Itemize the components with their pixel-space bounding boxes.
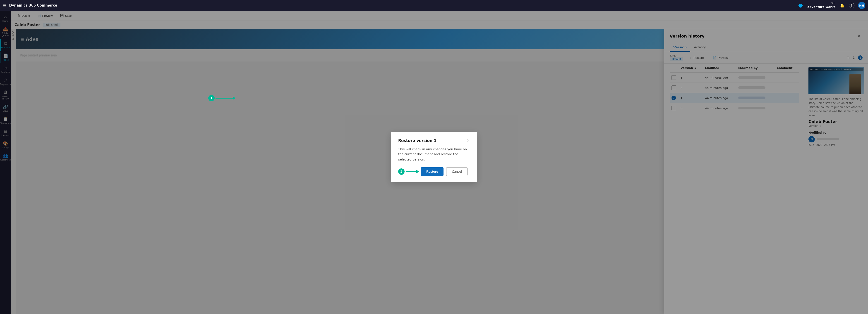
annotation-badge-2: 2 [398, 168, 405, 175]
arrow-head-2 [416, 170, 419, 173]
restore-version-modal: Restore version 1 ✕ This will check in a… [391, 132, 477, 182]
modal-close-button[interactable]: ✕ [466, 138, 470, 143]
hamburger-icon[interactable]: ☰ [3, 3, 6, 8]
arrow-head-1 [233, 96, 236, 100]
restore-confirm-button[interactable]: Restore [421, 167, 443, 176]
modal-title: Restore version 1 [398, 138, 436, 143]
topbar-right: 🌐 Site adventure works 🔔 ? NH [797, 2, 865, 9]
modal-footer: 2 Restore Cancel [398, 167, 470, 176]
topbar: ☰ Dynamics 365 Commerce 🌐 Site adventure… [0, 0, 868, 11]
cancel-button[interactable]: Cancel [446, 167, 467, 176]
modal-body: This will check in any changes you have … [398, 147, 470, 162]
modal-backdrop: 1 Restore version 1 ✕ This will check in… [0, 0, 868, 314]
arrow-body-1 [216, 98, 234, 99]
bell-icon[interactable]: 🔔 [839, 2, 845, 9]
site-label: Site [831, 2, 835, 5]
annotation-badge-1: 1 [208, 95, 215, 101]
app-title: Dynamics 365 Commerce [9, 3, 795, 7]
user-avatar[interactable]: NH [858, 2, 865, 9]
help-icon[interactable]: ? [849, 3, 855, 8]
annotation-2-container: 2 [398, 167, 417, 176]
site-name: adventure works [807, 5, 835, 9]
modal-header: Restore version 1 ✕ [398, 138, 470, 143]
globe-icon[interactable]: 🌐 [797, 2, 804, 9]
site-info: Site adventure works [807, 2, 835, 9]
arrow-body-2 [406, 171, 417, 172]
annotation-arrow-1: 1 [208, 95, 234, 101]
